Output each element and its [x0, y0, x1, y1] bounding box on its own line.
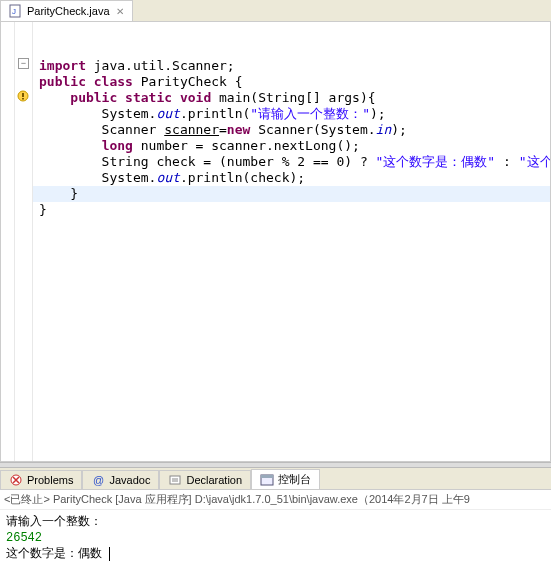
tab-javadoc-label: Javadoc	[109, 474, 150, 486]
svg-text:@: @	[93, 474, 104, 486]
console-icon	[260, 473, 274, 487]
overview-ruler	[1, 22, 15, 461]
tab-problems[interactable]: Problems	[0, 470, 82, 489]
close-icon[interactable]: ✕	[116, 6, 124, 17]
java-file-icon: J	[9, 4, 23, 18]
svg-rect-3	[22, 93, 24, 97]
fold-toggle-icon[interactable]: −	[18, 58, 29, 69]
javadoc-icon: @	[91, 473, 105, 487]
tab-console[interactable]: 控制台	[251, 469, 320, 489]
warning-icon	[17, 90, 29, 102]
tab-problems-label: Problems	[27, 474, 73, 486]
declaration-icon	[168, 473, 182, 487]
tab-javadoc[interactable]: @ Javadoc	[82, 470, 159, 489]
editor-tab-bar: J ParityCheck.java ✕	[0, 0, 551, 22]
svg-rect-11	[261, 475, 273, 478]
tab-declaration-label: Declaration	[186, 474, 242, 486]
code-view[interactable]: import java.util.Scanner; public class P…	[33, 22, 550, 461]
console-output[interactable]: 请输入一个整数： 26542 这个数字是：偶数	[0, 510, 551, 561]
svg-rect-4	[22, 98, 24, 100]
svg-text:J: J	[12, 7, 16, 16]
problems-icon	[9, 473, 23, 487]
bottom-tab-bar: Problems @ Javadoc Declaration 控制台	[0, 468, 551, 490]
svg-rect-7	[170, 476, 180, 484]
editor-area: − import java.util.Scanner; public class…	[0, 22, 551, 462]
text-caret	[102, 547, 110, 561]
editor-tab-label: ParityCheck.java	[27, 5, 110, 17]
console-prompt-line: 请输入一个整数：	[6, 514, 545, 530]
console-result-line: 这个数字是：偶数	[6, 546, 545, 561]
tab-declaration[interactable]: Declaration	[159, 470, 251, 489]
gutter[interactable]: −	[15, 22, 33, 461]
console-launch-info: <已终止> ParityCheck [Java 应用程序] D:\java\jd…	[0, 490, 551, 510]
console-user-input: 26542	[6, 530, 545, 546]
tab-console-label: 控制台	[278, 472, 311, 487]
editor-tab-paritycheck[interactable]: J ParityCheck.java ✕	[0, 0, 133, 21]
